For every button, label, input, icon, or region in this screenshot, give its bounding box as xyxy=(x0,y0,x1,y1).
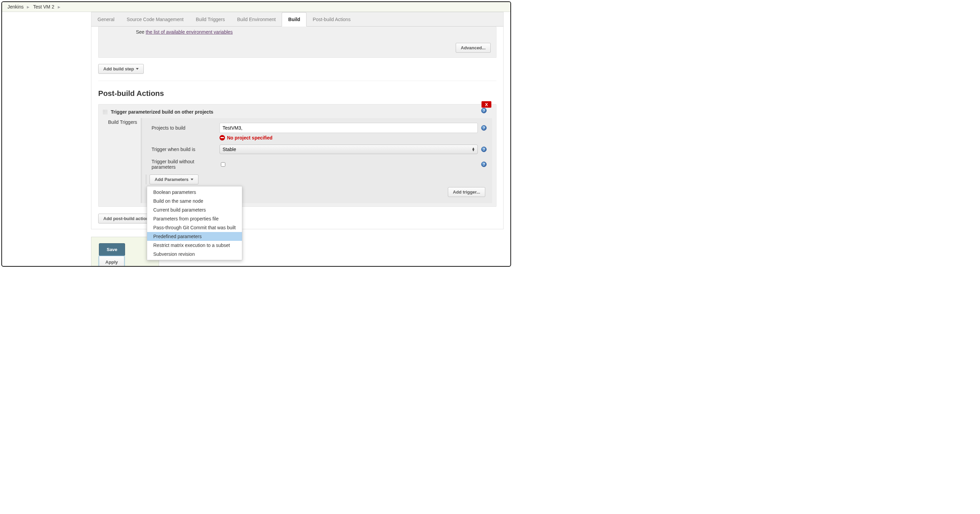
breadcrumb-root[interactable]: Jenkins xyxy=(8,4,24,10)
error-text: No project specified xyxy=(227,135,272,140)
param-menu-item[interactable]: Build on the same node xyxy=(147,196,242,206)
chevron-right-icon: ▶ xyxy=(58,5,60,9)
param-menu-item[interactable]: Parameters from properties file xyxy=(147,214,242,223)
apply-button[interactable]: Apply xyxy=(99,256,124,267)
tab-build-triggers[interactable]: Build Triggers xyxy=(189,13,231,26)
add-parameters-button[interactable]: Add Parameters xyxy=(150,174,199,184)
add-post-build-action-label: Add post-build action xyxy=(103,216,149,221)
config-tabs: General Source Code Management Build Tri… xyxy=(91,12,504,27)
trigger-without-params-label: Trigger build without parameters xyxy=(151,159,220,170)
add-parameters-label: Add Parameters xyxy=(154,177,189,182)
add-build-step-button[interactable]: Add build step xyxy=(98,64,144,74)
add-build-step-label: Add build step xyxy=(103,66,134,72)
env-variables-link[interactable]: the list of available environment variab… xyxy=(146,29,233,35)
param-menu-item[interactable]: Restrict matrix execution to a subset xyxy=(147,241,242,250)
param-menu-item[interactable]: Subversion revision xyxy=(147,250,242,259)
advanced-button[interactable]: Advanced... xyxy=(456,43,491,53)
param-menu-item[interactable]: Pass-through Git Commit that was built xyxy=(147,223,242,232)
post-build-heading: Post-build Actions xyxy=(98,89,503,98)
param-menu-item[interactable]: Current build parameters xyxy=(147,206,242,214)
add-trigger-button[interactable]: Add trigger... xyxy=(448,187,485,197)
build-trigger-form: Projects to build ? No project specified xyxy=(141,118,492,203)
help-icon[interactable]: ? xyxy=(481,161,487,167)
config-content: See the list of available environment va… xyxy=(91,27,504,229)
projects-to-build-label: Projects to build xyxy=(151,125,220,131)
env-variables-hint: See the list of available environment va… xyxy=(99,27,496,41)
projects-to-build-input[interactable] xyxy=(220,123,478,133)
env-hint-prefix: See xyxy=(136,29,146,35)
trigger-when-label: Trigger when build is xyxy=(151,147,220,152)
add-parameters-menu: Boolean parametersBuild on the same node… xyxy=(147,186,242,260)
build-step-panel: See the list of available environment va… xyxy=(98,27,496,58)
caret-down-icon xyxy=(136,68,138,70)
panel-title: Trigger parameterized build on other pro… xyxy=(111,109,213,115)
param-menu-item[interactable]: Boolean parameters xyxy=(147,188,242,196)
trigger-when-select[interactable]: Stable xyxy=(220,145,478,154)
error-icon xyxy=(220,135,225,140)
help-icon[interactable]: ? xyxy=(481,108,487,113)
chevron-right-icon: ▶ xyxy=(27,5,30,9)
save-button[interactable]: Save xyxy=(99,243,125,256)
drag-handle-icon[interactable] xyxy=(103,110,107,114)
help-icon[interactable]: ? xyxy=(481,147,487,152)
projects-error: No project specified xyxy=(220,135,487,140)
tab-general[interactable]: General xyxy=(91,13,121,26)
tab-build[interactable]: Build xyxy=(282,12,307,27)
panel-side-label: Build Triggers xyxy=(108,118,141,203)
help-icon[interactable]: ? xyxy=(481,125,487,131)
tab-scm[interactable]: Source Code Management xyxy=(121,13,189,26)
delete-panel-button[interactable]: X xyxy=(482,101,492,108)
caret-down-icon xyxy=(191,179,193,180)
breadcrumb: Jenkins ▶ Test VM 2 ▶ xyxy=(2,2,511,12)
breadcrumb-item[interactable]: Test VM 2 xyxy=(33,4,54,10)
app-window: Jenkins ▶ Test VM 2 ▶ General Source Cod… xyxy=(2,2,511,267)
tab-post-build-actions[interactable]: Post-build Actions xyxy=(307,13,356,26)
trigger-parameterized-panel: X ? Trigger parameterized build on other… xyxy=(98,104,496,207)
tab-build-environment[interactable]: Build Environment xyxy=(231,13,282,26)
trigger-without-params-checkbox[interactable] xyxy=(221,162,225,167)
sidebar-placeholder xyxy=(2,12,91,265)
section-divider xyxy=(98,81,496,81)
param-menu-item[interactable]: Predefined parameters xyxy=(147,232,242,241)
